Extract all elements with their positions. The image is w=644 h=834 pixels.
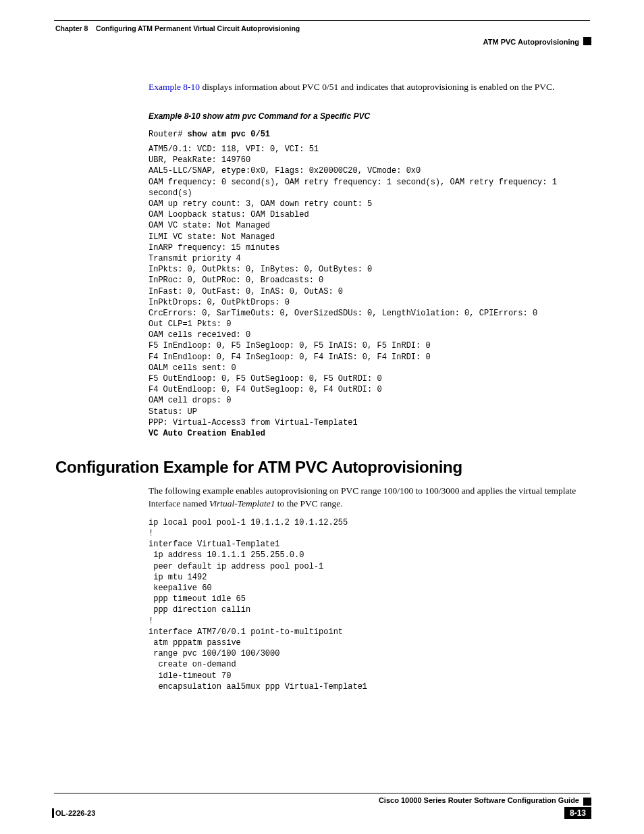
page-content: Example 8-10 displays information about … bbox=[55, 81, 590, 696]
example-link[interactable]: Example 8-10 bbox=[149, 82, 200, 92]
header-section: ATM PVC Autoprovisioning bbox=[483, 38, 579, 46]
header-rule bbox=[54, 20, 590, 21]
intro-paragraph: Example 8-10 displays information about … bbox=[149, 81, 590, 94]
cli-output-body: ATM5/0.1: VCD: 118, VPI: 0, VCI: 51 UBR,… bbox=[149, 145, 562, 427]
footer-marker-icon bbox=[583, 798, 591, 806]
intro-text: displays information about PVC 0/51 and … bbox=[200, 82, 554, 92]
section2-paragraph: The following example enables autoprovis… bbox=[149, 485, 590, 511]
footer-guide-title: Cisco 10000 Series Router Software Confi… bbox=[379, 796, 579, 804]
chapter-number: Chapter 8 bbox=[55, 24, 88, 32]
cli-output-last: VC Auto Creation Enabled bbox=[149, 429, 265, 438]
header-marker-icon bbox=[583, 37, 591, 45]
page-number: 8-13 bbox=[564, 807, 591, 819]
section-heading: Configuration Example for ATM PVC Autopr… bbox=[55, 458, 590, 477]
footer-doc-id: OL-2226-23 bbox=[55, 809, 95, 817]
router-prompt: Router# bbox=[149, 130, 188, 139]
router-command-line: Router# show atm pvc 0/51 bbox=[149, 129, 590, 140]
example-caption: Example 8-10 show atm pvc Command for a … bbox=[149, 111, 590, 121]
cli-output: ATM5/0.1: VCD: 118, VPI: 0, VCI: 51 UBR,… bbox=[149, 144, 590, 439]
router-command: show atm pvc 0/51 bbox=[188, 130, 270, 139]
chapter-title: Configuring ATM Permanent Virtual Circui… bbox=[96, 24, 300, 32]
footer-doc-bar bbox=[52, 808, 54, 818]
header-chapter: Chapter 8 Configuring ATM Permanent Virt… bbox=[55, 24, 300, 32]
config-block: ip local pool pool-1 10.1.1.2 10.1.12.25… bbox=[149, 517, 590, 692]
footer-rule bbox=[54, 793, 590, 793]
section2-para-italic: Virtual-Template1 bbox=[209, 498, 275, 509]
section2-para-end: to the PVC range. bbox=[275, 498, 342, 509]
